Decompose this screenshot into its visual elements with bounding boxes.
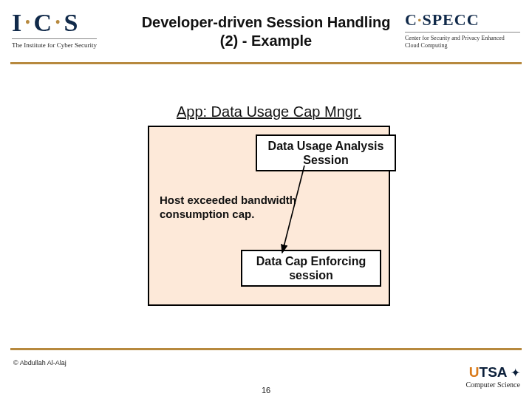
logo-utsa: UTSA ✦ Computer Science [466,364,520,389]
slide-header: I•C•S The Institute for Cyber Security D… [0,6,532,69]
logo-utsa-line: UTSA ✦ [466,364,520,381]
header-divider [10,62,522,64]
logo-cspecc: C·SPECC Center for Security and Privacy … [405,10,520,50]
roadrunner-icon: ✦ [511,366,520,379]
session-box-analysis: Data Usage Analysis Session [256,134,396,171]
session-box-enforcing: Data Cap Enforcing session [241,250,381,287]
logo-ics: I•C•S The Institute for Cyber Security [12,9,97,49]
logo-cspecc-name: C·SPECC [405,10,520,30]
copyright: © Abdullah Al-Alaj [13,359,66,366]
cause-text: Host exceeded bandwidth consumption cap. [160,194,315,222]
slide-title: Developer-driven Session Handling (2) - … [140,13,392,50]
logo-cspecc-subtitle: Center for Security and Privacy Enhanced… [405,32,520,50]
logo-ics-letters: I•C•S [12,9,97,37]
page-number: 16 [0,386,532,395]
logo-utsa-dept: Computer Science [466,381,520,389]
logo-ics-subtitle: The Institute for Cyber Security [12,38,97,49]
diagram-title: App: Data Usage Cap Mngr. [149,103,389,120]
diagram-panel: App: Data Usage Cap Mngr. Data Usage Ana… [148,126,390,306]
footer-divider [10,348,522,350]
logo-utsa-bold: UTSA [469,364,508,380]
